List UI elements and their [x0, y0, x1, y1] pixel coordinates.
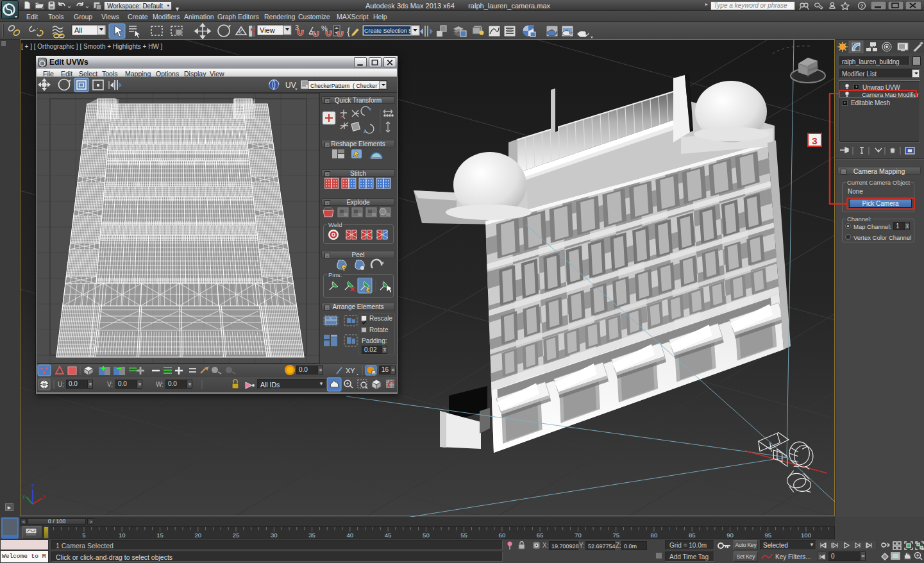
svg-text:x: x: [43, 493, 46, 499]
svg-text:80: 80: [651, 532, 658, 539]
svg-text:75: 75: [612, 532, 619, 539]
svg-text:?: ?: [861, 3, 864, 9]
svg-text:65: 65: [537, 532, 544, 539]
svg-text:70: 70: [575, 532, 582, 539]
svg-text:45: 45: [385, 532, 392, 539]
svg-text:50: 50: [423, 532, 430, 539]
svg-text:y: y: [22, 493, 25, 499]
svg-text:10: 10: [119, 532, 126, 539]
svg-text:20: 20: [195, 532, 202, 539]
svg-text:85: 85: [689, 532, 696, 539]
svg-text:60: 60: [499, 532, 506, 539]
svg-text:95: 95: [764, 532, 771, 539]
svg-text:35: 35: [308, 532, 315, 539]
svg-text:25: 25: [233, 532, 240, 539]
svg-text:Create Selection Se: Create Selection Se: [364, 28, 416, 34]
svg-text:5: 5: [82, 532, 85, 539]
svg-text:{: {: [347, 26, 350, 37]
svg-text:55: 55: [460, 532, 467, 539]
svg-text:XY: XY: [346, 367, 355, 374]
svg-text:40: 40: [347, 532, 354, 539]
svg-text:UV: UV: [285, 81, 296, 90]
svg-text:z: z: [31, 482, 35, 489]
svg-text:100: 100: [801, 532, 811, 539]
svg-text:30: 30: [271, 532, 278, 539]
svg-text:90: 90: [727, 532, 734, 539]
svg-text:All: All: [74, 26, 82, 34]
svg-text:15: 15: [156, 532, 164, 539]
svg-text:View: View: [260, 26, 275, 34]
